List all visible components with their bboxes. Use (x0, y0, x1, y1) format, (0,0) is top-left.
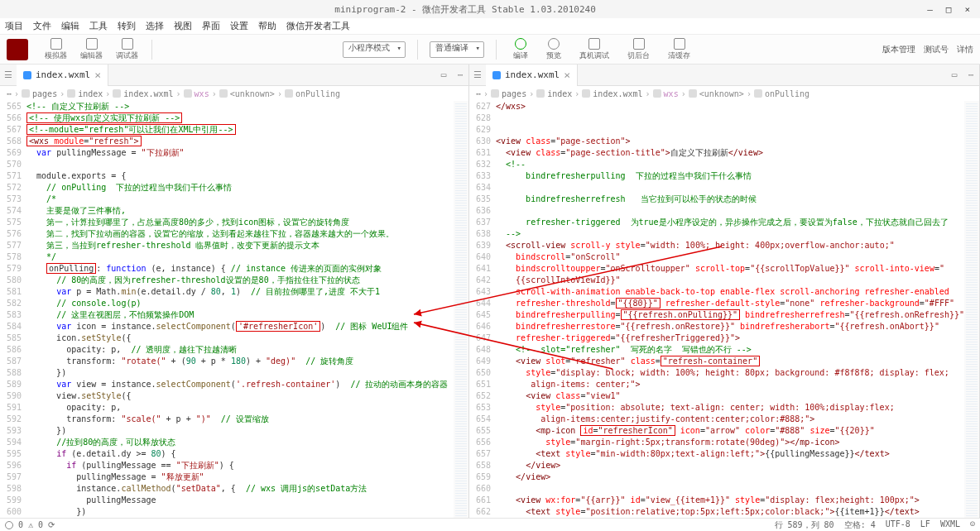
explorer-icon[interactable]: ☰ (469, 67, 486, 84)
explorer-icon[interactable]: ☰ (0, 67, 17, 84)
menu-工具[interactable]: 工具 (89, 20, 108, 32)
left-breadcrumb[interactable]: ⋯ › pages › index › index.wxml › wxs › <… (0, 86, 468, 101)
right-tabbar: ☰ index.wxml × ▭ ⋯ (469, 65, 979, 86)
tab-close[interactable]: × (94, 69, 101, 81)
error-icon[interactable] (5, 521, 13, 529)
menu-设置[interactable]: 设置 (230, 20, 248, 32)
cut-bg-button[interactable]: 切后台 (622, 36, 655, 63)
menu-编辑[interactable]: 编辑 (61, 20, 79, 32)
menubar: 项目文件编辑工具转到选择视图界面设置帮助微信开发者工具 (0, 18, 980, 35)
menu-转到[interactable]: 转到 (118, 20, 136, 32)
compile-dropdown[interactable]: 普通编译 (430, 41, 484, 58)
split-icon[interactable]: ▭ (435, 67, 452, 84)
language-mode[interactable]: WXML (940, 519, 960, 531)
simulator-button[interactable]: 模拟器 (40, 36, 72, 63)
compile-button[interactable]: 编译 (508, 36, 533, 63)
minimize-button[interactable]: — (924, 4, 936, 15)
titlebar: miniprogram-2 - 微信开发者工具 Stable 1.03.2010… (0, 0, 980, 18)
detail-button[interactable]: 详情 (957, 44, 973, 55)
remote-debug-button[interactable]: 真机调试 (574, 36, 614, 63)
tab-index-wxml[interactable]: index.wxml × (486, 65, 578, 86)
encoding[interactable]: UTF-8 (886, 519, 910, 531)
menu-项目[interactable]: 项目 (5, 20, 23, 32)
right-breadcrumb[interactable]: ⋯ › pages › index › index.wxml › wxs › <… (469, 86, 979, 101)
more-icon[interactable]: ⋯ (452, 67, 468, 84)
tab-label: index.wxml (36, 69, 90, 80)
menu-文件[interactable]: 文件 (33, 20, 51, 32)
minimap[interactable] (454, 101, 468, 518)
toolbar: 模拟器 编辑器 调试器 小程序模式 普通编译 编译 预览 真机调试 切后台 清缓… (0, 35, 980, 65)
clear-cache-button[interactable]: 清缓存 (663, 36, 695, 63)
version-mgmt[interactable]: 版本管理 (882, 44, 915, 55)
minimap[interactable] (964, 101, 979, 518)
split-icon[interactable]: ▭ (946, 67, 963, 84)
preview-button[interactable]: 预览 (541, 36, 566, 63)
menu-视图[interactable]: 视图 (174, 20, 192, 32)
avatar[interactable] (7, 39, 28, 60)
maximize-button[interactable]: □ (943, 4, 955, 15)
tab-close[interactable]: × (564, 69, 570, 81)
mode-dropdown[interactable]: 小程序模式 (343, 41, 406, 58)
spaces-indicator[interactable]: 空格: 4 (844, 519, 876, 531)
eol[interactable]: LF (920, 519, 930, 531)
right-pane: ☰ index.wxml × ▭ ⋯ ⋯ › pages › index › i… (469, 65, 980, 518)
sync-icon[interactable]: ⟳ (48, 520, 55, 529)
file-icon (492, 71, 501, 79)
test-account[interactable]: 测试号 (924, 44, 949, 55)
feedback-icon[interactable]: ☺ (970, 519, 975, 531)
editor-button[interactable]: 编辑器 (75, 36, 108, 63)
file-icon (23, 71, 31, 79)
debugger-button[interactable]: 调试器 (111, 36, 143, 63)
tab-label: index.wxml (505, 69, 560, 80)
more-icon[interactable]: ⋯ (963, 67, 979, 84)
left-pane: ☰ index.wxml × ▭ ⋯ ⋯ › pages › index › i… (0, 65, 469, 518)
cursor-pos[interactable]: 行 589，列 80 (775, 519, 834, 531)
menu-微信开发者工具[interactable]: 微信开发者工具 (286, 20, 350, 32)
left-editor[interactable]: 5655665675685695705715725735745755765775… (0, 101, 468, 518)
menu-界面[interactable]: 界面 (202, 20, 220, 32)
left-tabbar: ☰ index.wxml × ▭ ⋯ (0, 65, 468, 86)
menu-帮助[interactable]: 帮助 (258, 20, 276, 32)
statusbar: 0 ⚠0 ⟳ 行 589，列 80 空格: 4 UTF-8 LF WXML ☺ (0, 518, 980, 531)
warning-icon: ⚠ (28, 520, 33, 529)
tab-index-wxml[interactable]: index.wxml × (17, 65, 108, 86)
right-editor[interactable]: 6276286296306316326336346356366376386396… (469, 101, 979, 518)
editor-panes: ☰ index.wxml × ▭ ⋯ ⋯ › pages › index › i… (0, 65, 980, 518)
window-title: miniprogram-2 - 微信开发者工具 Stable 1.03.2010… (7, 3, 924, 16)
close-button[interactable]: × (961, 4, 973, 15)
menu-选择[interactable]: 选择 (146, 20, 164, 32)
